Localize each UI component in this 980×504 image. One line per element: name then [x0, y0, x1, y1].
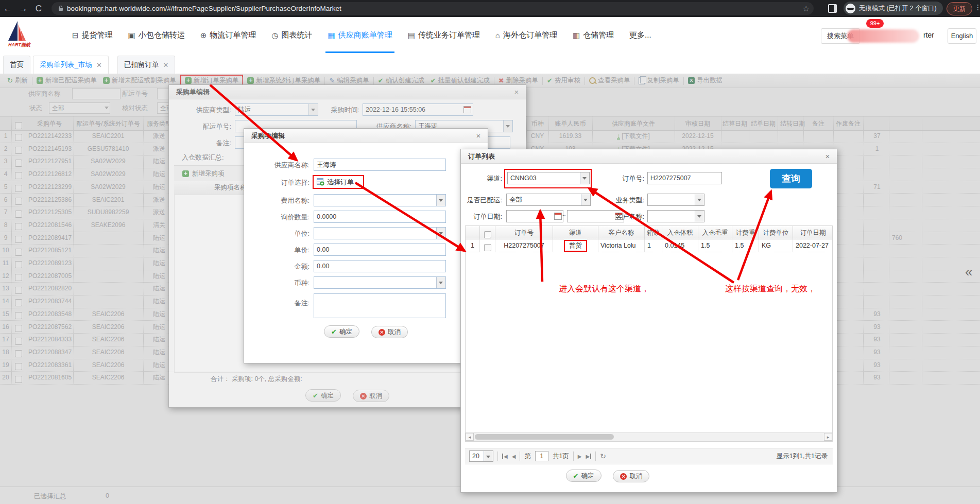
- channel-cell: 普货: [553, 239, 598, 252]
- check-icon: ✔: [573, 472, 579, 480]
- tab-held-orders[interactable]: 已扣留订单 ✕: [117, 56, 175, 74]
- nav-item-2[interactable]: ▣小包仓储转运: [128, 17, 185, 54]
- nav-item-6[interactable]: ▤传统业务订单管理: [408, 17, 480, 54]
- nav-item-4[interactable]: ◷图表统计: [271, 17, 312, 54]
- tab-po-list-market[interactable]: 采购单列表_市场 ✕: [33, 56, 109, 74]
- date-from-input[interactable]: [506, 210, 563, 222]
- horizontal-scrollbar[interactable]: ◂ ▸: [466, 432, 832, 441]
- close-tab-icon[interactable]: ✕: [96, 61, 102, 69]
- scrollbar-thumb[interactable]: [475, 434, 614, 440]
- refresh-icon[interactable]: ↻: [600, 452, 606, 460]
- chevron-down-icon: [580, 172, 589, 184]
- tab-bar: 首页 采购单列表_市场 ✕ 已扣留订单 ✕: [0, 54, 980, 74]
- browser-chrome: ← → C bookingmgr.hart-worldwide.com/#/if…: [0, 0, 980, 17]
- check-icon: ✔: [331, 328, 337, 336]
- channel-highlight: 普货: [564, 240, 587, 252]
- cancel-button[interactable]: ✕取消: [613, 470, 649, 482]
- close-icon[interactable]: ×: [823, 152, 832, 161]
- col-订单日期[interactable]: 订单日期: [793, 226, 833, 239]
- nav-item-1[interactable]: ⊟提货管理: [72, 17, 113, 54]
- customer-select[interactable]: [647, 210, 704, 222]
- col-入仓体积[interactable]: 入仓体积: [662, 226, 698, 239]
- channel-select[interactable]: CNNG03: [507, 172, 590, 184]
- scroll-right-icon[interactable]: ▸: [824, 433, 832, 441]
- reload-icon[interactable]: C: [31, 4, 46, 14]
- select-all-cell[interactable]: [480, 226, 495, 239]
- qty-input[interactable]: 0.0000: [314, 211, 446, 223]
- nav-item-8[interactable]: ▥仓储管理: [573, 17, 614, 54]
- app-navbar: HART瀚航 ⊟提货管理▣小包仓储转运⊕物流订单管理◷图表统计▦供应商账单管理▤…: [0, 17, 980, 55]
- nav-item-label: 海外仓订单管理: [503, 30, 557, 40]
- order-grid-row[interactable]: 1H2207275007普货Victoria Lolu10.01451.51.5…: [466, 239, 832, 252]
- remark-label: 备注:: [258, 299, 310, 308]
- dispatched-value: 全部: [509, 196, 522, 203]
- tab-home[interactable]: 首页: [3, 56, 30, 74]
- price-input[interactable]: 0.00: [314, 244, 446, 256]
- col-入仓毛重[interactable]: 入仓毛重: [698, 226, 732, 239]
- col-订单号[interactable]: 订单号: [495, 226, 553, 239]
- dispatched-label: 是否已配运:: [464, 196, 502, 205]
- tab-label: 已扣留订单: [124, 60, 159, 69]
- order-no-input[interactable]: H2207275007: [647, 172, 722, 184]
- biz-type-select[interactable]: [647, 194, 704, 206]
- remark-textarea[interactable]: [314, 293, 446, 318]
- currency-select[interactable]: [314, 276, 446, 289]
- page-size-select[interactable]: 20: [469, 450, 493, 462]
- select-all-checkbox[interactable]: [484, 231, 491, 238]
- dialog-buttons: ✔确定 ✕取消: [461, 470, 754, 482]
- next-page-icon[interactable]: ▶: [578, 454, 582, 459]
- language-button[interactable]: English: [948, 28, 976, 44]
- nav-item-9[interactable]: 更多...: [629, 17, 651, 54]
- forward-icon[interactable]: →: [15, 4, 31, 14]
- address-bar[interactable]: bookingmgr.hart-worldwide.com/#/iframePa…: [51, 2, 814, 15]
- order-no-value: H2207275007: [650, 175, 691, 182]
- supplier-name-input[interactable]: 王海涛: [314, 159, 446, 171]
- page-number-input[interactable]: 1: [535, 451, 548, 461]
- row-checkbox[interactable]: [484, 244, 491, 251]
- cancel-button[interactable]: ✕取消: [371, 326, 408, 338]
- bookmark-star-icon[interactable]: ☆: [803, 4, 810, 13]
- order-grid-header: 订单号渠道客户名称箱数入仓体积入仓毛重计费重计费单位订单日期: [466, 226, 832, 239]
- col-箱数[interactable]: 箱数: [645, 226, 662, 239]
- ok-button[interactable]: ✔确定: [324, 325, 359, 338]
- incognito-icon: [846, 4, 855, 13]
- channel-value: CNNG03: [510, 175, 537, 182]
- collapse-panel-icon[interactable]: «: [965, 264, 972, 280]
- close-tab-icon[interactable]: ✕: [163, 61, 169, 69]
- nav-item-5[interactable]: ▦供应商账单管理: [328, 17, 392, 54]
- fee-name-select[interactable]: [314, 194, 446, 206]
- prev-page-icon[interactable]: ◀: [512, 454, 516, 459]
- amount-input[interactable]: 0.00: [314, 260, 446, 272]
- update-button[interactable]: 更新: [947, 2, 972, 15]
- nav-item-3[interactable]: ⊕物流订单管理: [200, 17, 256, 54]
- dispatched-select[interactable]: 全部: [506, 194, 591, 206]
- nav-item-label: 传统业务订单管理: [418, 30, 480, 40]
- col-客户名称[interactable]: 客户名称: [598, 226, 645, 239]
- first-page-icon[interactable]: ◀: [502, 454, 508, 459]
- brand-logo[interactable]: HART瀚航: [7, 21, 43, 50]
- chevron-down-icon: [695, 194, 704, 205]
- unit-select[interactable]: [314, 227, 446, 239]
- scroll-left-icon[interactable]: ◂: [466, 433, 474, 441]
- nav-item-7[interactable]: ⌂海外仓订单管理: [495, 17, 557, 54]
- notification-badge[interactable]: 99+: [866, 19, 884, 28]
- col-计费重[interactable]: 计费重: [732, 226, 759, 239]
- order-no-cell: H2207275007: [495, 239, 553, 252]
- supplier-name-value: 王海涛: [317, 161, 336, 168]
- nav-menu: ⊟提货管理▣小包仓储转运⊕物流订单管理◷图表统计▦供应商账单管理▤传统业务订单管…: [72, 17, 651, 54]
- select-order-button[interactable]: 选择订单: [313, 175, 364, 189]
- col-渠道[interactable]: 渠道: [553, 226, 598, 239]
- calendar-icon[interactable]: [554, 213, 562, 220]
- boxes-cell: 1: [645, 239, 662, 252]
- checkbox-cell[interactable]: [480, 239, 495, 252]
- lock-icon: [59, 8, 63, 11]
- ok-button[interactable]: ✔确定: [566, 470, 601, 482]
- query-button[interactable]: 查询: [770, 169, 812, 188]
- close-icon[interactable]: ×: [474, 132, 483, 140]
- dialog-title: 采购项编辑: [244, 129, 488, 143]
- menu-kebab-icon[interactable]: ⋮: [974, 3, 980, 11]
- back-icon[interactable]: ←: [0, 4, 15, 14]
- last-page-icon[interactable]: ▶: [586, 454, 592, 459]
- side-panel-icon[interactable]: [828, 4, 837, 13]
- col-计费单位[interactable]: 计费单位: [759, 226, 793, 239]
